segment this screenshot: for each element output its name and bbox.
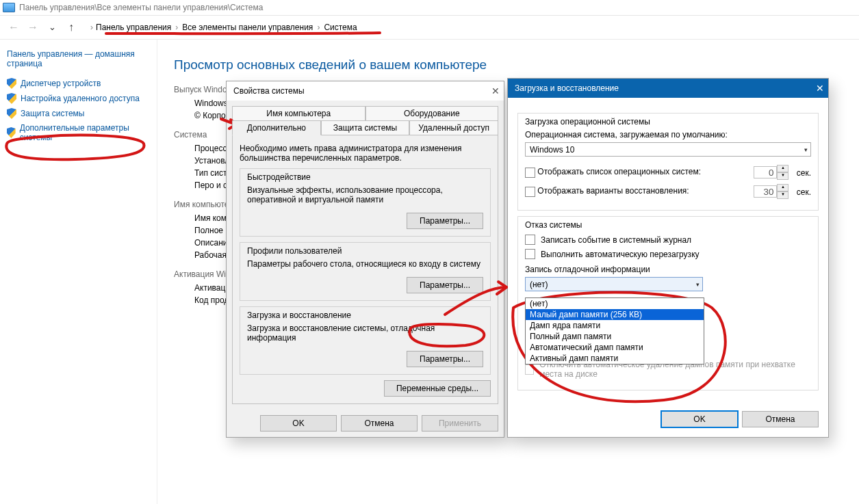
- spin-down[interactable]: ▼: [777, 172, 789, 180]
- debug-info-select[interactable]: (нет) ▾: [525, 277, 703, 291]
- cancel-button[interactable]: Отмена: [341, 415, 418, 432]
- os-list-seconds-spinner[interactable]: ▲▼: [754, 165, 789, 180]
- performance-settings-button[interactable]: Параметры...: [407, 213, 483, 229]
- window-titlebar: Панель управления\Все элементы панели уп…: [0, 0, 859, 16]
- sidebar-item-device-manager[interactable]: Диспетчер устройств: [7, 78, 150, 89]
- write-event-checkbox[interactable]: [525, 235, 535, 245]
- tab-remote[interactable]: Удаленный доступ: [409, 120, 498, 135]
- chevron-down-icon: ▾: [696, 281, 700, 288]
- page-title: Просмотр основных сведений о вашем компь…: [174, 57, 843, 72]
- breadcrumb-segment[interactable]: Система: [324, 23, 357, 32]
- debug-info-dropdown[interactable]: (нет) Малый дамп памяти (256 КВ) Дамп яд…: [525, 297, 704, 364]
- tab-advanced[interactable]: Дополнительно: [232, 120, 321, 135]
- group-legend: Загрузка и восстановление: [247, 310, 483, 320]
- group-legend: Отказ системы: [525, 220, 811, 230]
- checkbox-label: Выполнить автоматическую перезагрузку: [541, 250, 700, 259]
- group-legend: Профили пользователей: [247, 246, 483, 256]
- sidebar-item-label: Дополнительные параметры системы: [20, 123, 150, 142]
- shield-icon: [7, 108, 16, 119]
- group-text: Загрузка и восстановление системы, отлад…: [247, 323, 483, 343]
- sidebar-item-label: Защита системы: [21, 109, 84, 118]
- recovery-seconds-spinner[interactable]: ▲▼: [754, 184, 789, 199]
- window-title: Панель управления\Все элементы панели уп…: [19, 3, 263, 12]
- control-panel-home-link[interactable]: Панель управления — домашняя страница: [7, 49, 150, 68]
- system-properties-dialog: Свойства системы ✕ Имя компьютера Оборуд…: [226, 81, 504, 438]
- ok-button[interactable]: OK: [661, 411, 738, 427]
- chevron-down-icon: ▾: [804, 146, 808, 153]
- shield-icon: [7, 93, 16, 104]
- close-icon[interactable]: ✕: [491, 85, 500, 96]
- spinner-input[interactable]: [754, 185, 777, 198]
- environment-variables-button[interactable]: Переменные среды...: [384, 380, 491, 397]
- dropdown-option[interactable]: (нет): [526, 298, 704, 309]
- debug-info-label: Запись отладочной информации: [525, 265, 811, 274]
- seconds-label: сек.: [797, 187, 811, 197]
- dropdown-option[interactable]: Дамп ядра памяти: [526, 320, 704, 331]
- nav-up[interactable]: ↑: [62, 21, 81, 34]
- spinner-input[interactable]: [754, 166, 777, 178]
- group-legend: Загрузка операционной системы: [525, 117, 811, 127]
- system-failure-group: Отказ системы Записать событие в системн…: [517, 216, 819, 390]
- dropdown-option[interactable]: Активный дамп памяти: [526, 353, 704, 364]
- show-os-list-checkbox[interactable]: [525, 168, 535, 178]
- nav-recent[interactable]: ⌄: [42, 22, 62, 32]
- startup-recovery-dialog: Загрузка и восстановление ✕ Загрузка опе…: [507, 78, 829, 438]
- admin-hint: Необходимо иметь права администратора дл…: [240, 144, 491, 163]
- checkbox-label: Отображать список операционных систем:: [537, 167, 701, 176]
- tab-row-bottom: Дополнительно Защита системы Удаленный д…: [232, 120, 498, 135]
- user-profiles-settings-button[interactable]: Параметры...: [407, 277, 483, 293]
- shield-icon: [7, 78, 16, 89]
- apply-button: Применить: [422, 415, 498, 432]
- sidebar-item-label: Настройка удаленного доступа: [21, 94, 140, 103]
- dropdown-option[interactable]: Полный дамп памяти: [526, 331, 704, 342]
- chevron-right-icon[interactable]: ›: [90, 23, 93, 32]
- dropdown-option-selected[interactable]: Малый дамп памяти (256 КВ): [526, 309, 704, 320]
- navbar: ← → ⌄ ↑ › Панель управления › Все элемен…: [0, 15, 859, 40]
- nav-back[interactable]: ←: [4, 21, 23, 34]
- tab-row-top: Имя компьютера Оборудование: [232, 106, 498, 120]
- breadcrumb-segment[interactable]: Панель управления: [96, 23, 171, 32]
- performance-group: Быстродействие Визуальные эффекты, испол…: [240, 168, 491, 237]
- dropdown-option[interactable]: Автоматический дамп памяти: [526, 342, 704, 353]
- system-startup-group: Загрузка операционной системы Операционн…: [517, 113, 819, 211]
- spin-up[interactable]: ▲: [777, 184, 789, 191]
- startup-recovery-group: Загрузка и восстановление Загрузка и вос…: [240, 306, 491, 375]
- monitor-icon: [3, 3, 15, 12]
- group-text: Параметры рабочего стола, относящиеся ко…: [247, 259, 483, 269]
- select-value: Windows 10: [530, 145, 574, 155]
- select-value: (нет): [530, 280, 548, 289]
- cancel-button[interactable]: Отмена: [742, 411, 819, 427]
- dialog-title: Загрузка и восстановление: [515, 83, 619, 93]
- dialog-title: Свойства системы: [233, 86, 305, 96]
- dialog-titlebar[interactable]: Загрузка и восстановление ✕: [508, 79, 828, 98]
- default-os-label: Операционная система, загружаемая по умо…: [525, 130, 811, 140]
- sidebar-item-label: Диспетчер устройств: [21, 79, 101, 88]
- startup-recovery-settings-button[interactable]: Параметры...: [407, 351, 483, 367]
- ok-button[interactable]: OK: [260, 415, 337, 432]
- dialog-titlebar[interactable]: Свойства системы ✕: [227, 81, 504, 101]
- group-legend: Быстродействие: [247, 172, 483, 182]
- chevron-right-icon: ›: [317, 23, 320, 32]
- show-recovery-options-checkbox[interactable]: [525, 187, 535, 197]
- tab-hardware[interactable]: Оборудование: [366, 106, 499, 121]
- chevron-right-icon: ›: [175, 23, 178, 32]
- tab-computer-name[interactable]: Имя компьютера: [232, 106, 366, 121]
- checkbox-label: Отображать варианты восстановления:: [537, 186, 689, 196]
- sidebar-item-remote-settings[interactable]: Настройка удаленного доступа: [7, 93, 150, 104]
- disable-auto-delete-checkbox: [525, 364, 534, 375]
- seconds-label: сек.: [797, 168, 811, 178]
- nav-forward: →: [23, 21, 42, 34]
- shield-icon: [7, 127, 16, 138]
- default-os-select[interactable]: Windows 10 ▾: [525, 142, 811, 157]
- close-icon[interactable]: ✕: [816, 83, 824, 94]
- spin-up[interactable]: ▲: [777, 165, 789, 172]
- sidebar: Панель управления — домашняя страница Ди…: [0, 40, 157, 504]
- tab-system-protection[interactable]: Защита системы: [321, 120, 410, 135]
- spin-down[interactable]: ▼: [777, 191, 789, 199]
- sidebar-item-advanced-system-settings[interactable]: Дополнительные параметры системы: [7, 123, 150, 142]
- auto-restart-checkbox[interactable]: [525, 249, 535, 259]
- group-text: Визуальные эффекты, использование процес…: [247, 185, 483, 204]
- sidebar-item-system-protection[interactable]: Защита системы: [7, 108, 150, 119]
- breadcrumb-segment[interactable]: Все элементы панели управления: [182, 23, 313, 32]
- breadcrumb: Панель управления › Все элементы панели …: [96, 23, 357, 32]
